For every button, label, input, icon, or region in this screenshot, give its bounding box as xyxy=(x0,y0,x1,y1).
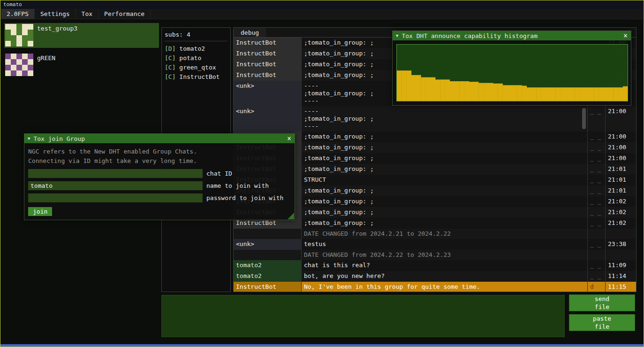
chat-row-message: bot, are you new here? xyxy=(302,271,588,282)
peer-name: potato xyxy=(175,54,201,62)
join-password-input[interactable] xyxy=(28,193,203,202)
group-sidebar: test_group3 gREEN xyxy=(4,23,159,82)
join-name-input[interactable] xyxy=(28,181,203,190)
peer-connection-badge: [C] xyxy=(165,64,175,71)
chat-row-timestamp: 11:15 xyxy=(606,282,636,292)
date-changed-row[interactable]: DATE CHANGED from 2024.2.21 to 2024.2.22 xyxy=(234,229,636,239)
chat-id-label: chat ID xyxy=(206,170,232,177)
menu-tox[interactable]: Tox xyxy=(76,9,98,19)
peer-count-header: subs: 4 xyxy=(165,31,227,39)
group-item-test_group3[interactable]: test_group3 xyxy=(4,23,159,48)
message-input[interactable] xyxy=(161,295,565,337)
tab-debug[interactable]: debug xyxy=(234,28,266,37)
close-icon[interactable]: × xyxy=(287,134,291,143)
chat-row-message: ;tomato_in_group: ; xyxy=(302,218,588,229)
peer-item[interactable]: [D] tomato2 xyxy=(165,44,227,54)
peer-item[interactable]: [C] green_qtox xyxy=(165,63,227,72)
window-bottom-edge xyxy=(0,344,644,347)
chat-row-highlighted[interactable]: InstructBotNo, I've been in this group f… xyxy=(234,282,636,292)
chat-row-flags: _ _ xyxy=(588,271,606,282)
chat-row-author xyxy=(234,229,302,239)
chat-row-timestamp: 21:00 xyxy=(606,106,636,131)
chat-row-timestamp: 11:09 xyxy=(606,260,636,271)
peer-item[interactable]: [C] potato xyxy=(165,54,227,63)
chat-row-timestamp: 21:00 xyxy=(606,153,636,164)
paste-file-button[interactable]: paste file xyxy=(569,314,635,331)
chat-row[interactable]: <unk>---- ;tomato_in_group: ; ----_ _21:… xyxy=(234,106,636,131)
chat-row-message: ;tomato_in_group: ; xyxy=(302,185,588,196)
resize-grip[interactable] xyxy=(288,213,294,219)
chat-row-flags: _ _ xyxy=(588,131,606,142)
chat-row-author: InstructBot xyxy=(234,48,302,59)
menu-bar: 2.0FPS Settings Tox Performance xyxy=(1,9,643,19)
chat-row-message: ;tomato_in_group: ; xyxy=(302,196,588,207)
chat-row-flags: _ _ xyxy=(588,185,606,196)
chat-row-author: <unk> xyxy=(234,239,302,250)
chat-row-timestamp: 21:02 xyxy=(606,207,636,218)
separator xyxy=(165,41,227,41)
chat-row-message: ;tomato_in_group: ; xyxy=(302,142,588,153)
peer-name: green_qtox xyxy=(175,64,216,71)
chat-id-input[interactable] xyxy=(28,169,203,178)
chat-row-message: chat is this real? xyxy=(302,260,588,271)
close-icon[interactable]: × xyxy=(623,31,628,40)
group-item-gREEN[interactable]: gREEN xyxy=(4,53,159,77)
chat-row-author: tomato2 xyxy=(234,260,302,271)
chat-row[interactable]: tomato2chat is this real?_ _11:09 xyxy=(234,260,636,271)
chat-scrollbar-thumb[interactable] xyxy=(582,108,586,129)
chat-row-author: InstructBot xyxy=(234,282,302,292)
chat-row-author xyxy=(234,250,302,260)
chat-row-message: testus xyxy=(302,239,588,250)
peer-name: tomato2 xyxy=(175,45,205,52)
chat-row-message: ---- ;tomato_in_group: ; ---- xyxy=(302,106,588,131)
collapse-arrow-icon[interactable]: ▼ xyxy=(28,134,30,143)
chat-row[interactable]: tomato2bot, are you new here?_ _11:14 xyxy=(234,271,636,282)
chat-row-author: InstructBot xyxy=(234,38,302,48)
fps-indicator: 2.0FPS xyxy=(1,9,35,19)
join-name-label: name to join with xyxy=(206,182,269,189)
chat-row-flags xyxy=(588,229,606,239)
peer-item[interactable]: [C] InstructBot xyxy=(165,72,227,82)
date-changed-row[interactable]: DATE CHANGED from 2024.2.22 to 2024.2.23 xyxy=(234,250,636,260)
menu-performance[interactable]: Performance xyxy=(98,9,151,19)
chat-row-message: DATE CHANGED from 2024.2.21 to 2024.2.22 xyxy=(302,229,588,239)
chat-row-flags: _ _ xyxy=(588,239,606,250)
chat-row-flags: _ _ xyxy=(588,207,606,218)
peer-list: [D] tomato2[C] potato[C] green_qtox[C] I… xyxy=(165,44,227,82)
join-group-titlebar[interactable]: ▼ Tox join Group × xyxy=(24,134,295,143)
chat-row-message: ;tomato_in_group: ; xyxy=(302,153,588,164)
dht-histogram-window: ▼ Tox DHT announce capability histogram … xyxy=(392,31,631,106)
chat-id-row: chat ID xyxy=(28,169,291,178)
chat-row-message: ;tomato_in_group: ; xyxy=(302,207,588,218)
collapse-arrow-icon[interactable]: ▼ xyxy=(396,31,398,40)
chat-row-flags: d xyxy=(588,282,606,292)
peer-connection-badge: [C] xyxy=(165,54,175,62)
chat-row-flags: _ _ xyxy=(588,164,606,175)
chat-row-flags: _ _ xyxy=(588,106,606,131)
chat-row-flags xyxy=(588,250,606,260)
chat-row-timestamp: 23:38 xyxy=(606,239,636,250)
chat-row-flags: _ _ xyxy=(588,260,606,271)
menu-settings[interactable]: Settings xyxy=(35,9,76,19)
chat-row-flags: _ _ xyxy=(588,175,606,185)
chat-row-message: ;tomato_in_group: ; xyxy=(302,131,588,142)
chat-row-flags: _ _ xyxy=(588,196,606,207)
chat-row-author: <unk> xyxy=(234,81,302,106)
dht-histogram-titlebar[interactable]: ▼ Tox DHT announce capability histogram … xyxy=(393,31,631,40)
join-button[interactable]: join xyxy=(28,207,52,216)
chat-row-flags: _ _ xyxy=(588,142,606,153)
join-hint-line1: NGC refers to the New DHT enabled Group … xyxy=(28,147,291,156)
group-avatar xyxy=(5,24,33,46)
window-title: tomato xyxy=(3,1,22,8)
join-hint-line2: Connecting via ID might take a very long… xyxy=(28,156,291,166)
send-file-button[interactable]: send file xyxy=(569,294,635,311)
join-password-row: password to join with xyxy=(28,193,291,202)
histogram-plot xyxy=(396,44,628,101)
chat-row-author: InstructBot xyxy=(234,70,302,81)
group-name: test_group3 xyxy=(37,24,77,32)
chat-row-flags: _ _ xyxy=(588,153,606,164)
app-window: tomato 2.0FPS Settings Tox Performance t… xyxy=(0,0,644,347)
chat-row-timestamp: 21:02 xyxy=(606,218,636,229)
chat-row[interactable]: <unk>testus_ _23:38 xyxy=(234,239,636,250)
dht-histogram-title: Tox DHT announce capability histogram xyxy=(402,32,538,39)
